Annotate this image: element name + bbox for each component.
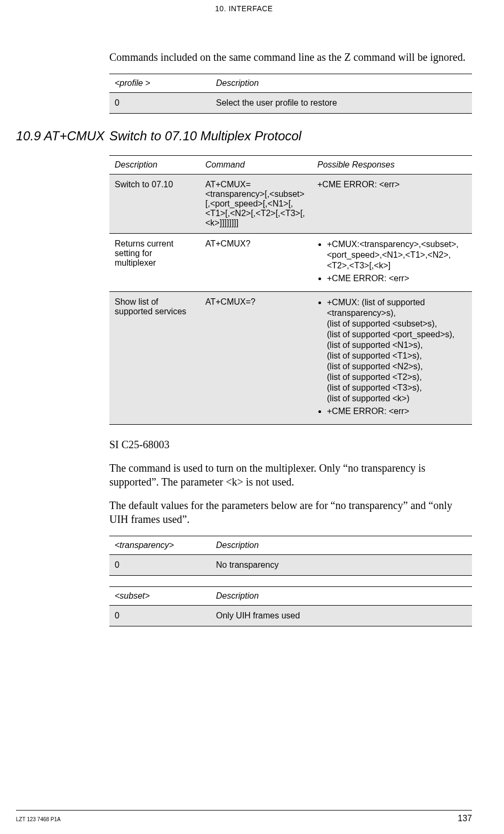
cell: 0: [109, 606, 211, 626]
table-row: 0 No transparency: [109, 555, 472, 576]
cell-cmd: AT+CMUX?: [200, 234, 312, 292]
document-id: LZT 123 7468 P1A: [16, 816, 61, 822]
cell-cmd: AT+CMUX=?: [200, 292, 312, 425]
cell: 0: [109, 555, 211, 576]
cell-resp: +CME ERROR: <err>: [312, 174, 472, 234]
resp-item: +CME ERROR: <err>: [327, 406, 467, 417]
cell-desc: Show list of supported services: [109, 292, 200, 425]
transparency-table: <transparency> Description 0 No transpar…: [109, 536, 472, 576]
table-header-row: Description Command Possible Responses: [109, 156, 472, 174]
intro-paragraph: Commands included on the same command li…: [109, 50, 472, 64]
col-header: Description: [109, 156, 200, 174]
col-header: <profile >: [109, 74, 211, 93]
body-paragraph: The default values for the parameters be…: [109, 498, 472, 526]
body-paragraph: The command is used to turn on the multi…: [109, 461, 472, 489]
page-number: 137: [458, 814, 472, 823]
cell-desc: Switch to 07.10: [109, 174, 200, 234]
cell: Only UIH frames used: [211, 606, 472, 626]
table-row: 0 Select the user profile to restore: [109, 93, 472, 114]
command-table: Description Command Possible Responses S…: [109, 155, 472, 425]
col-header: Description: [211, 74, 472, 93]
table-header-row: <subset> Description: [109, 587, 472, 606]
col-header: Command: [200, 156, 312, 174]
col-header: Description: [211, 587, 472, 606]
cell: No transparency: [211, 555, 472, 576]
cell-resp: +CMUX:<transparency>,<subset>,<port_spee…: [312, 234, 472, 292]
table-header-row: <profile > Description: [109, 74, 472, 93]
cell-desc: Returns current setting for multiplexer: [109, 234, 200, 292]
cell: 0: [109, 93, 211, 114]
col-header: <subset>: [109, 587, 211, 606]
cell-resp: +CMUX: (list of supported <transparency>…: [312, 292, 472, 425]
table-row: Returns current setting for multiplexer …: [109, 234, 472, 292]
col-header: Possible Responses: [312, 156, 472, 174]
cell-cmd: AT+CMUX=<transparency>[,<subset>[,<port_…: [200, 174, 312, 234]
page: 10. INTERFACE Commands included on the s…: [0, 0, 504, 834]
profile-table: <profile > Description 0 Select the user…: [109, 74, 472, 114]
cell: Select the user profile to restore: [211, 93, 472, 114]
table-row: 0 Only UIH frames used: [109, 606, 472, 626]
section-heading: 10.9 AT+CMUX Switch to 07.10 Multiplex P…: [16, 129, 472, 144]
section-title: Switch to 07.10 Multiplex Protocol: [109, 129, 472, 144]
running-header: 10. INTERFACE: [16, 4, 472, 13]
section-number: 10.9 AT+CMUX: [16, 129, 109, 144]
table-row: Show list of supported services AT+CMUX=…: [109, 292, 472, 425]
content-area: Commands included on the same command li…: [109, 50, 472, 626]
resp-item: +CMUX: (list of supported <transparency>…: [327, 297, 467, 404]
table-row: Switch to 07.10 AT+CMUX=<transparency>[,…: [109, 174, 472, 234]
subset-table: <subset> Description 0 Only UIH frames u…: [109, 586, 472, 626]
reference-line: SI C25-68003: [109, 438, 472, 451]
resp-item: +CME ERROR: <err>: [327, 273, 467, 284]
col-header: <transparency>: [109, 536, 211, 555]
resp-item: +CMUX:<transparency>,<subset>,<port_spee…: [327, 239, 467, 271]
col-header: Description: [211, 536, 472, 555]
page-footer: LZT 123 7468 P1A 137: [16, 810, 472, 823]
table-header-row: <transparency> Description: [109, 536, 472, 555]
